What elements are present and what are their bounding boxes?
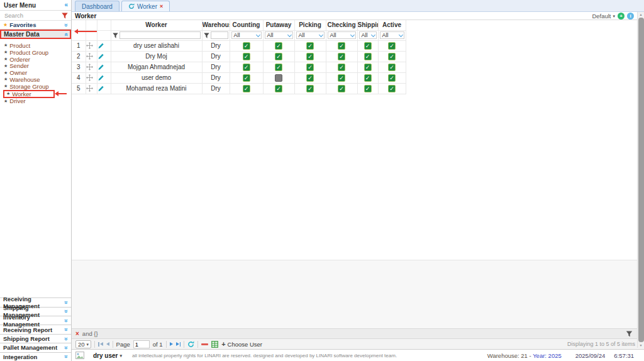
counting-filter-select[interactable]: All xyxy=(231,31,262,39)
active-checkbox[interactable]: ✓ xyxy=(388,53,396,60)
checking-filter-select[interactable]: All xyxy=(328,31,356,39)
user-menu-button[interactable]: dry user ▾ xyxy=(93,352,122,359)
edit-row-button[interactable] xyxy=(97,72,111,83)
picking-filter-select[interactable]: All xyxy=(296,31,325,39)
move-row-handle[interactable] xyxy=(86,40,97,51)
active-checkbox[interactable]: ✓ xyxy=(388,42,396,50)
sidebar-item-product-group[interactable]: ★Product Group xyxy=(0,49,71,56)
sidebar-search-row[interactable]: Search xyxy=(0,11,71,21)
chevron-double-down-icon[interactable]: « xyxy=(63,346,69,350)
collapse-sidebar-icon[interactable]: « xyxy=(64,2,68,8)
search-input[interactable]: Search xyxy=(4,12,23,19)
vertical-scrollbar[interactable]: ▲ ▼ xyxy=(637,12,644,348)
edit-row-button[interactable] xyxy=(97,83,111,94)
chevron-double-down-icon[interactable]: « xyxy=(63,319,69,323)
sidebar-item-product[interactable]: ★Product xyxy=(0,42,71,49)
counting-checkbox[interactable]: ✓ xyxy=(243,85,250,92)
column-header-active[interactable]: Active xyxy=(378,20,406,30)
filter-funnel-icon[interactable] xyxy=(204,33,209,38)
active-filter-select[interactable]: All xyxy=(380,31,404,39)
first-page-button[interactable] xyxy=(98,342,103,347)
chevron-double-down-icon[interactable]: « xyxy=(63,328,69,331)
last-page-button[interactable] xyxy=(176,342,181,347)
shipping-filter-select[interactable]: All xyxy=(359,31,377,39)
close-tab-icon[interactable]: × xyxy=(160,3,163,9)
shipping-checkbox[interactable]: ✓ xyxy=(364,42,372,50)
shipping-checkbox[interactable]: ✓ xyxy=(364,64,372,71)
move-row-handle[interactable] xyxy=(86,72,97,83)
sidebar-item-worker[interactable]: ★Worker xyxy=(3,90,55,98)
checking-checkbox[interactable]: ✓ xyxy=(338,53,345,60)
active-checkbox[interactable]: ✓ xyxy=(388,64,396,71)
chevron-double-up-icon[interactable]: « xyxy=(63,33,69,36)
tab-worker[interactable]: Worker × xyxy=(121,1,170,11)
remove-icon[interactable] xyxy=(201,343,208,345)
clear-search-icon[interactable] xyxy=(62,13,68,19)
prev-page-button[interactable] xyxy=(106,342,109,346)
active-checkbox[interactable]: ✓ xyxy=(388,74,396,82)
checking-checkbox[interactable]: ✓ xyxy=(338,64,345,71)
sidebar-section-shipping-report[interactable]: Shipping Report« xyxy=(0,334,71,343)
sidebar-item-sender[interactable]: ★Sender xyxy=(0,62,71,69)
shipping-checkbox[interactable]: ✓ xyxy=(364,85,372,92)
column-header-counting[interactable]: Counting xyxy=(230,20,263,30)
picking-checkbox[interactable]: ✓ xyxy=(306,64,314,71)
putaway-filter-select[interactable]: All xyxy=(265,31,293,39)
filter-funnel-icon[interactable] xyxy=(626,331,633,337)
sidebar-item-owner[interactable]: ★Owner xyxy=(0,69,71,76)
picking-checkbox[interactable]: ✓ xyxy=(306,42,314,50)
putaway-checkbox[interactable]: ✓ xyxy=(275,42,282,50)
column-header-worker[interactable]: Worker xyxy=(111,20,202,30)
sidebar-section-pallet-management[interactable]: Pallet Management« xyxy=(0,343,71,352)
add-button[interactable]: + xyxy=(618,13,625,19)
scroll-down-icon[interactable]: ▼ xyxy=(640,343,643,348)
chevron-double-down-icon[interactable]: « xyxy=(63,337,69,341)
refresh-icon[interactable] xyxy=(128,3,135,9)
picking-checkbox[interactable]: ✓ xyxy=(306,53,314,60)
column-header-putaway[interactable]: Putaway xyxy=(263,20,294,30)
choose-user-button[interactable]: + Choose User xyxy=(221,340,262,348)
putaway-checkbox[interactable]: ✓ xyxy=(275,64,282,71)
chevron-double-down-icon[interactable]: « xyxy=(63,301,69,304)
shipping-checkbox[interactable]: ✓ xyxy=(364,53,372,60)
checking-checkbox[interactable]: ✓ xyxy=(338,85,345,92)
grid-icon[interactable] xyxy=(211,341,218,348)
warehouse-filter-input[interactable] xyxy=(211,31,228,39)
putaway-checkbox[interactable]: ✓ xyxy=(275,85,282,92)
counting-checkbox[interactable]: ✓ xyxy=(243,64,250,71)
counting-checkbox[interactable]: ✓ xyxy=(243,53,250,60)
shipping-checkbox[interactable]: ✓ xyxy=(364,74,372,82)
sidebar-item-orderer[interactable]: ★Orderer xyxy=(0,56,71,63)
clear-filter-icon[interactable]: × xyxy=(75,330,79,337)
worker-filter-input[interactable] xyxy=(119,31,201,39)
sidebar-section-master-data[interactable]: Master Data « xyxy=(0,30,71,39)
chevron-double-down-icon[interactable]: « xyxy=(63,310,69,314)
view-selector[interactable]: Default ▾ xyxy=(592,13,615,19)
move-row-handle[interactable] xyxy=(86,62,97,72)
chevron-double-down-icon[interactable]: « xyxy=(63,23,69,27)
sidebar-item-storage-group[interactable]: ★Storage Group xyxy=(0,83,71,90)
sidebar-item-favorites[interactable]: ★ Favorites « xyxy=(0,21,71,30)
sidebar-item-warehouse[interactable]: ★Warehouse xyxy=(0,76,71,83)
counting-checkbox[interactable]: ✓ xyxy=(243,42,250,50)
picking-checkbox[interactable]: ✓ xyxy=(306,85,314,92)
move-row-handle[interactable] xyxy=(86,83,97,94)
tab-dashboard[interactable]: Dashboard xyxy=(75,1,119,11)
picking-checkbox[interactable]: ✓ xyxy=(306,74,314,82)
page-size-select[interactable]: 20 ▾ xyxy=(75,340,91,348)
sidebar-section-integeration[interactable]: Integeration« xyxy=(0,352,71,361)
checking-checkbox[interactable]: ✓ xyxy=(338,74,345,82)
edit-row-button[interactable] xyxy=(97,51,111,62)
edit-row-button[interactable] xyxy=(97,40,111,51)
counting-checkbox[interactable]: ✓ xyxy=(243,74,250,82)
column-header-warehouse[interactable]: Warehouse xyxy=(202,20,230,30)
filter-funnel-icon[interactable] xyxy=(113,33,118,38)
putaway-checkbox[interactable] xyxy=(275,74,282,82)
move-row-handle[interactable] xyxy=(86,51,97,62)
scroll-up-icon[interactable]: ▲ xyxy=(640,12,643,17)
info-button[interactable]: i xyxy=(627,13,634,19)
sidebar-item-driver[interactable]: ★Driver xyxy=(0,98,71,105)
column-header-shipping[interactable]: Shipping xyxy=(357,20,378,30)
checking-checkbox[interactable]: ✓ xyxy=(338,42,345,50)
active-checkbox[interactable]: ✓ xyxy=(388,85,396,92)
